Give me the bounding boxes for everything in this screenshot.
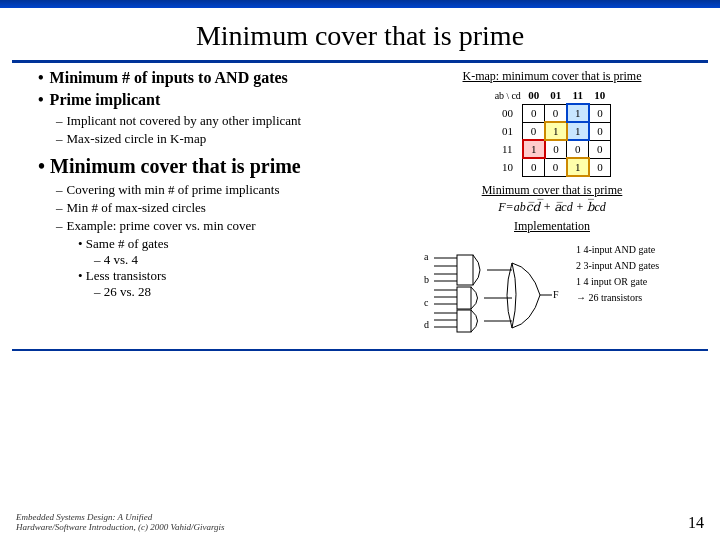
kmap-row-2: 11 1000 [493,140,611,158]
transistor-note: → 26 transistors [576,290,659,306]
bullet-2: • Prime implicant [38,91,402,109]
footer: Embedded Systems Design: A Unified Hardw… [16,512,704,532]
page-title: Minimum cover that is prime [0,8,720,60]
min-cover-title: Minimum cover that is prime [422,183,682,198]
svg-text:c: c [424,297,429,308]
bullet-1: • Minimum # of inputs to AND gates [38,69,402,87]
impl-row: a b c d [422,238,682,343]
gate-diagram: a b c d [422,238,572,343]
sub-bullet-5: – Example: prime cover vs. min cover [56,218,402,234]
kmap-col-h-00: 00 [523,86,545,104]
kmap-row-0: 00 0010 [493,104,611,122]
section-heading: • Minimum cover that is prime [38,155,402,178]
nested-same-gates: • Same # of gates [78,236,402,252]
svg-text:b: b [424,274,429,285]
page-number: 14 [688,514,704,532]
impl-title: Implementation [422,219,682,234]
sub-bullet-3: – Covering with min # of prime implicant… [56,182,402,198]
min-cover-box: Minimum cover that is prime F=abc̅d̅ + a… [422,183,682,215]
kmap-row-1: 01 0110 [493,122,611,140]
svg-rect-8 [457,255,473,285]
kmap-col-h-01: 01 [545,86,567,104]
implementation-section: Implementation a b c d [422,219,682,343]
nested-26vs28: – 26 vs. 28 [94,284,402,300]
formula: F=abc̅d̅ + a̅cd + b̅cd [422,200,682,215]
svg-rect-18 [457,310,471,332]
gate-label-1: 1 4-input AND gate [576,242,659,258]
sub-bullet-1: – Implicant not covered by any other imp… [56,113,402,129]
title-bar [0,0,720,8]
kmap-table: ab \ cd 00 01 11 10 [493,86,612,177]
kmap-title: K-map: minimum cover that is prime [422,69,682,84]
gate-label-2: 2 3-input AND gates [576,258,659,274]
kmap-col-h-10: 10 [589,86,611,104]
right-column: K-map: minimum cover that is prime ab \ … [422,69,682,343]
footer-text: Embedded Systems Design: A Unified Hardw… [16,512,225,532]
nested-4vs4: – 4 vs. 4 [94,252,402,268]
sub-bullet-4: – Min # of max-sized circles [56,200,402,216]
svg-text:F: F [553,289,559,300]
svg-text:a: a [424,251,429,262]
svg-text:d: d [424,319,429,330]
gate-label-3: 1 4 input OR gate [576,274,659,290]
left-column: • Minimum # of inputs to AND gates • Pri… [38,69,412,343]
kmap-container: K-map: minimum cover that is prime ab \ … [422,69,682,177]
gate-svg: a b c d [422,238,572,343]
kmap-row-3: 10 0010 [493,158,611,176]
sub-bullet-2: – Max-sized circle in K-map [56,131,402,147]
gate-labels: 1 4-input AND gate 2 3-input AND gates 1… [576,242,659,306]
svg-rect-13 [457,287,471,309]
nested-less-transistors: • Less transistors [78,268,402,284]
kmap-col-h-11: 11 [567,86,589,104]
